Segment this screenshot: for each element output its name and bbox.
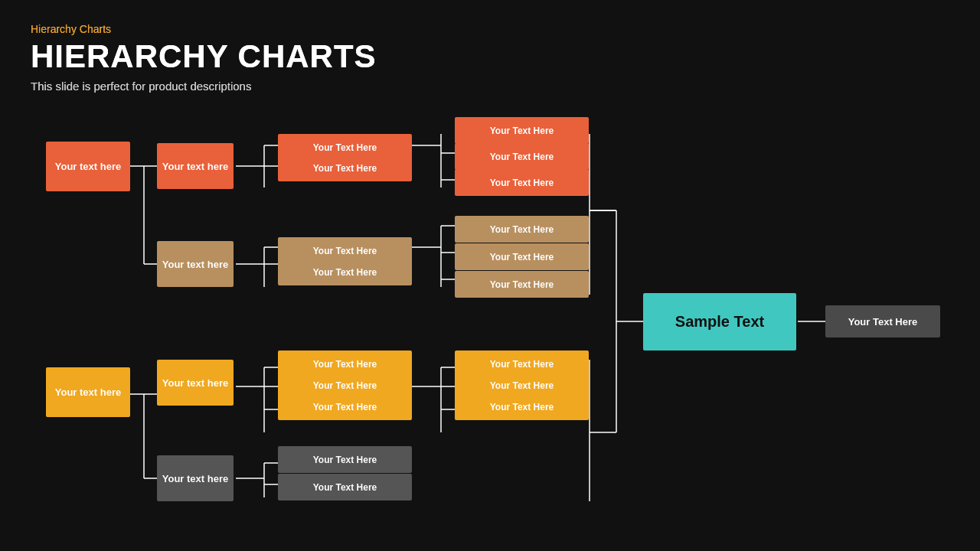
sample-text-node: Sample Text: [643, 293, 796, 350]
l1-top-node: Your text here: [46, 142, 130, 191]
l2-orange-node: Your text here: [157, 143, 234, 189]
chart-area: Your text here Your text here Your text …: [23, 134, 965, 540]
l4-tan-2-node: Your Text Here: [455, 243, 589, 270]
page: Hierarchy Charts HIERARCHY CHARTS This s…: [0, 0, 980, 551]
l3-amber-3-node: Your Text Here: [278, 393, 412, 420]
l1-bottom-node: Your text here: [46, 367, 130, 417]
header-subtitle: Hierarchy Charts: [31, 23, 377, 35]
l4-orange-3-node: Your Text Here: [455, 169, 589, 196]
l2-tan-node: Your text here: [157, 241, 234, 287]
l2-amber-node: Your text here: [157, 360, 234, 406]
l2-darkgray-node: Your text here: [157, 455, 234, 501]
header-desc: This slide is perfect for product descri…: [31, 80, 377, 93]
l4-tan-3-node: Your Text Here: [455, 271, 589, 298]
l3-orange-2-node: Your Text Here: [278, 155, 412, 181]
header-block: Hierarchy Charts HIERARCHY CHARTS This s…: [31, 23, 377, 93]
l3-tan-2-node: Your Text Here: [278, 259, 412, 285]
l3-gray-2-node: Your Text Here: [278, 474, 412, 500]
header-title: HIERARCHY CHARTS: [31, 38, 377, 75]
l4-orange-1-node: Your Text Here: [455, 117, 589, 144]
l4-orange-2-node: Your Text Here: [455, 143, 589, 170]
l3-gray-1-node: Your Text Here: [278, 446, 412, 473]
right-label-node: Your Text Here: [825, 305, 940, 337]
l4-amber-3-node: Your Text Here: [455, 393, 589, 420]
l4-tan-1-node: Your Text Here: [455, 216, 589, 243]
